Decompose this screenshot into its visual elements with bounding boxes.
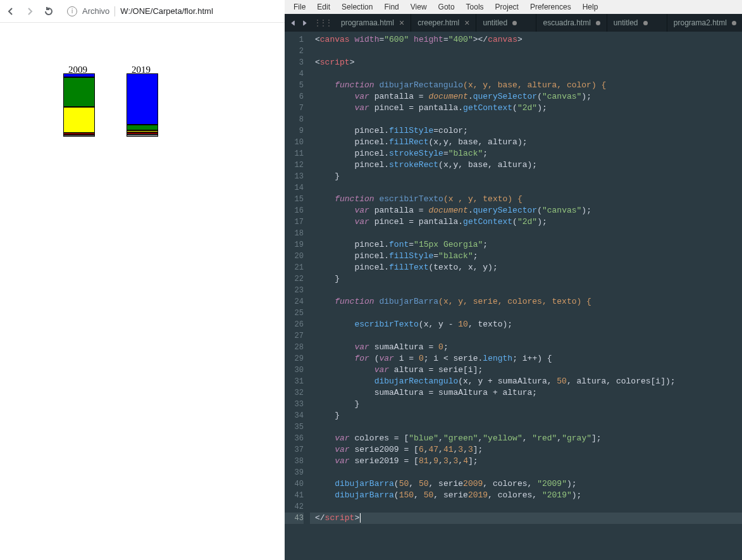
menu-item-view[interactable]: View (405, 1, 432, 13)
tab-label: untitled (614, 18, 638, 27)
tab-label: escuadra.html (543, 18, 590, 27)
tab-prev-icon[interactable] (287, 14, 299, 32)
dirty-dot-icon (643, 21, 648, 25)
bar-segment (127, 125, 158, 130)
back-icon[interactable] (5, 6, 16, 17)
tab[interactable]: untitled (607, 14, 667, 32)
info-icon[interactable]: i (67, 6, 77, 16)
menu-item-find[interactable]: Find (379, 1, 404, 13)
tab-label: creeper.html (417, 18, 459, 27)
menu-item-help[interactable]: Help (578, 1, 603, 13)
address-separator (114, 6, 115, 16)
tab-bar: ⋮⋮⋮ programaa.html×creeper.html×untitled… (285, 14, 742, 32)
close-icon[interactable]: × (399, 18, 404, 28)
tab[interactable]: programa2.html (667, 14, 742, 32)
tab-label: programa2.html (674, 18, 727, 27)
close-icon[interactable]: × (464, 18, 469, 28)
bar-segment (63, 107, 95, 133)
forward-icon[interactable] (24, 6, 35, 17)
tab-label: untitled (483, 18, 507, 27)
menu-item-file[interactable]: File (288, 1, 311, 13)
dirty-dot-icon (732, 21, 736, 25)
page-content: 20092019 (0, 23, 285, 560)
menu-item-preferences[interactable]: Preferences (525, 1, 576, 13)
reload-icon[interactable] (43, 6, 54, 17)
canvas-output: 20092019 (32, 42, 285, 295)
address-scheme: Archivo (82, 6, 109, 16)
editor-pane: FileEditSelectionFindViewGotoToolsProjec… (285, 0, 742, 560)
address-bar[interactable]: i Archivo W:/ONE/Carpeta/flor.html (62, 6, 280, 16)
bar-segment (127, 134, 158, 137)
browser-toolbar: i Archivo W:/ONE/Carpeta/flor.html (0, 0, 285, 23)
menu-item-selection[interactable]: Selection (337, 1, 378, 13)
menu-bar: FileEditSelectionFindViewGotoToolsProjec… (285, 0, 742, 14)
menu-item-edit[interactable]: Edit (312, 1, 335, 13)
address-path: W:/ONE/Carpeta/flor.html (120, 6, 213, 16)
tab[interactable]: escuadra.html (536, 14, 607, 32)
gutter: 1234567891011121314151617181920212223242… (285, 32, 310, 560)
menu-item-goto[interactable]: Goto (433, 1, 460, 13)
dirty-dot-icon (596, 21, 600, 25)
code-area[interactable]: 1234567891011121314151617181920212223242… (285, 32, 742, 560)
menu-item-tools[interactable]: Tools (461, 1, 489, 13)
menu-item-project[interactable]: Project (490, 1, 524, 13)
dirty-dot-icon (512, 21, 517, 25)
code-lines[interactable]: <canvas width="600" height="400"></canva… (310, 32, 742, 560)
bar-segment (63, 77, 95, 107)
tab-next-icon[interactable] (299, 14, 310, 32)
tab[interactable]: programaa.html× (335, 14, 411, 32)
tab[interactable]: creeper.html× (411, 14, 476, 32)
bar-segment (63, 135, 95, 137)
tab[interactable]: untitled (476, 14, 536, 32)
tab-label: programaa.html (341, 18, 394, 27)
bar-segment (127, 73, 158, 125)
tab-drag-handle[interactable]: ⋮⋮⋮ (310, 14, 335, 32)
browser-pane: i Archivo W:/ONE/Carpeta/flor.html 20092… (0, 0, 285, 560)
